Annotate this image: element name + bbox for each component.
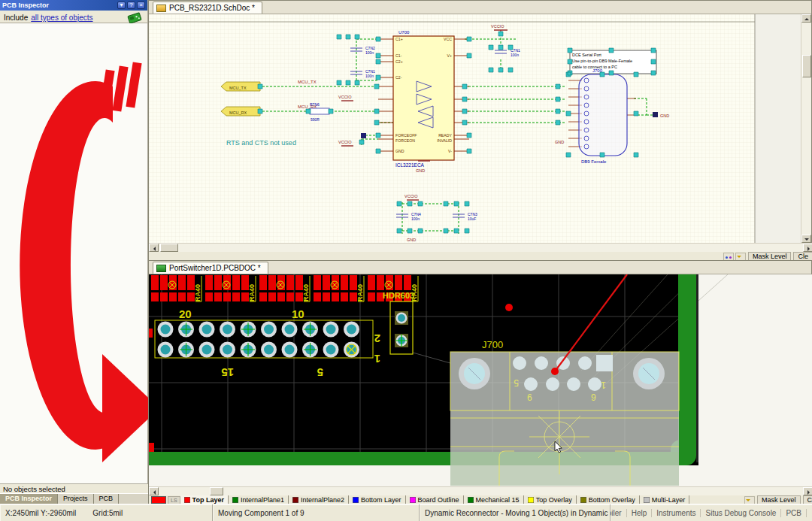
resistor-value: 590R (311, 117, 320, 122)
ic-pin-label: C1- (395, 53, 402, 58)
panel-help-icon[interactable]: ? (127, 2, 135, 9)
cap-value: 100n (511, 53, 519, 57)
ic-pin-label: INVALID (437, 138, 452, 143)
cap-value: 10uF (468, 217, 476, 221)
ic-refdes: U700 (398, 30, 410, 35)
schdoc-icon (156, 5, 166, 12)
schematic-port-mcu-tx[interactable]: MCU_TX (221, 82, 260, 91)
left-panel-tabs: PCB Inspector Projects PCB (0, 493, 148, 504)
no-objects-status: No objects selected (0, 483, 148, 493)
schematic-editor-panel: PCB_RS2321D.SchDoc * (148, 0, 812, 260)
pcb-canvas[interactable]: RA40 RA40 RA40 RA40 RA40 (149, 274, 812, 486)
note-line: Use pin-to-pin DB9 Male-Female (572, 59, 632, 63)
db9-pin-num: 5 (514, 377, 519, 388)
pcbdoc-icon (156, 265, 166, 272)
db9-type-label: DB9 Female (581, 159, 607, 164)
schematic-canvas[interactable]: C1+ C1- C2+ C2- FORCEOFF FORCEON GND VCC… (149, 14, 802, 243)
filter-icon[interactable] (744, 496, 755, 504)
include-types-link[interactable]: all types of objects (31, 14, 92, 22)
ic-part-number: ICL3221ECA (395, 162, 425, 168)
port-label: MCU_TX (229, 86, 247, 90)
j700-footprint-ghost[interactable]: 5 1 6 9 J700 (450, 339, 679, 486)
ra-label: RA40 (248, 284, 256, 301)
rts-cts-note: RTS and CTS not used (226, 139, 296, 147)
status-mode: Dynamic Reconnector - Moving 1 Object(s)… (420, 504, 611, 521)
ic-pin-label: GND (395, 149, 404, 153)
red-arrow-annotation-area (0, 23, 148, 483)
cap-value: 100n (365, 74, 374, 78)
hdr603-label: HDR603 (383, 291, 414, 300)
schdoc-tab-label: PCB_RS2321D.SchDoc * (169, 4, 255, 12)
header-num: 20 (179, 307, 192, 320)
svg-text:VCCIO: VCCIO (338, 95, 352, 99)
layer-set-button[interactable]: LS (168, 496, 180, 504)
pcbdoc-tab-label: PortSwitcher1D.PCBDOC * (169, 264, 261, 272)
power-port-label: VCCIO (491, 24, 504, 29)
ic-pin-label: READY (438, 133, 452, 138)
j700-label: J700 (482, 339, 503, 350)
grid-setting: Grid:5mil (92, 509, 123, 517)
ic-pin-label: FORCEON (395, 138, 415, 143)
schematic-hscrollbar[interactable] (149, 243, 812, 252)
panel-close-icon[interactable]: × (137, 2, 145, 9)
filter-icon[interactable] (735, 253, 746, 261)
pcb-chip-icon (126, 12, 144, 23)
header-num: 5 (317, 366, 323, 379)
pcb-tabbar: PortSwitcher1D.PCBDOC * (149, 261, 811, 274)
ra-label: RA40 (302, 284, 310, 301)
ic-pin-label: V+ (447, 53, 453, 58)
help-button[interactable]: Help (627, 509, 653, 517)
panel-dropdown-icon[interactable]: ▾ (117, 2, 126, 9)
tab-projects[interactable]: Projects (58, 494, 94, 504)
schematic-tabbar: PCB_RS2321D.SchDoc * (149, 1, 811, 14)
cap-value: 100n (365, 50, 374, 55)
ra-label: RA40 (194, 284, 201, 301)
instruments-button[interactable]: Instruments (652, 509, 701, 517)
red-marker-dot (551, 368, 559, 375)
header-num: 10 (292, 307, 304, 320)
db9-pin-num: 9 (591, 392, 596, 403)
db9-pin-num: 6 (527, 392, 532, 403)
schdoc-tab[interactable]: PCB_RS2321D.SchDoc * (153, 2, 262, 14)
ic-pin-label: FORCEOFF (395, 133, 417, 138)
ic-pin-label: VCC (444, 37, 452, 41)
pcb-hscrollbar[interactable] (149, 486, 812, 495)
design-compiler-button[interactable]: Design Compiler (611, 509, 627, 517)
pcb-inspector-titlebar[interactable]: PCB Inspector ▾ ? × (0, 0, 147, 11)
active-layer-swatch[interactable] (151, 496, 166, 504)
pcb-button[interactable]: PCB (781, 509, 807, 517)
note-line: DCE Serial Port (572, 53, 601, 57)
ic-pin-label: C2+ (395, 59, 403, 64)
net-label-tx[interactable]: MCU_TX (298, 80, 317, 84)
resistor-refdes: R7N6 (310, 102, 320, 107)
pcb-inspector-panel: PCB Inspector ▾ ? × Include all types of… (0, 0, 147, 23)
include-label: Include (4, 14, 28, 22)
schematic-vscrollbar[interactable] (801, 14, 811, 243)
header-num: 2 (374, 332, 380, 345)
ra-label: RA40 (356, 284, 364, 301)
pcbdoc-tab[interactable]: PortSwitcher1D.PCBDOC * (153, 262, 268, 274)
panel-access-buttons: System Design Compiler Help Instruments … (611, 504, 812, 521)
situs-debug-console-button[interactable]: Situs Debug Console (701, 509, 781, 517)
tab-pcb-inspector[interactable]: PCB Inspector (0, 494, 58, 504)
svg-text:GND: GND (407, 238, 416, 242)
db9-pin-num: 1 (601, 380, 606, 390)
pcb-inspector-title: PCB Inspector (2, 2, 116, 9)
schematic-port-mcu-rx[interactable]: MCU_RX (221, 107, 260, 116)
selected-junction (361, 133, 366, 138)
ic-pin-label: C2- (395, 75, 402, 80)
status-moving: Moving Component 1 of 9 (213, 504, 420, 521)
cursor-coordinates: X:2450mil Y:-2960mil (5, 509, 76, 517)
pcb-editor-panel: PortSwitcher1D.PCBDOC * (148, 260, 812, 504)
tab-pcb[interactable]: PCB (94, 494, 120, 504)
cap-value: 100n (411, 217, 420, 221)
svg-text:GND: GND (660, 114, 669, 118)
schematic-note-box[interactable]: DCE Serial Port Use pin-to-pin DB9 Male-… (570, 50, 656, 74)
left-column: PCB Inspector ▾ ? × Include all types of… (0, 0, 148, 504)
edge-pad (149, 443, 154, 452)
cross-probe-icon[interactable] (723, 253, 734, 261)
status-bar: X:2450mil Y:-2960mil Grid:5mil Moving Co… (0, 504, 812, 521)
resistor-array-pads[interactable]: RA40 RA40 RA40 RA40 RA40 (151, 275, 418, 301)
altium-workspace: { "inspector": { "title": "PCB Inspector… (0, 0, 812, 521)
status-coordinates: X:2450mil Y:-2960mil Grid:5mil (0, 504, 213, 521)
